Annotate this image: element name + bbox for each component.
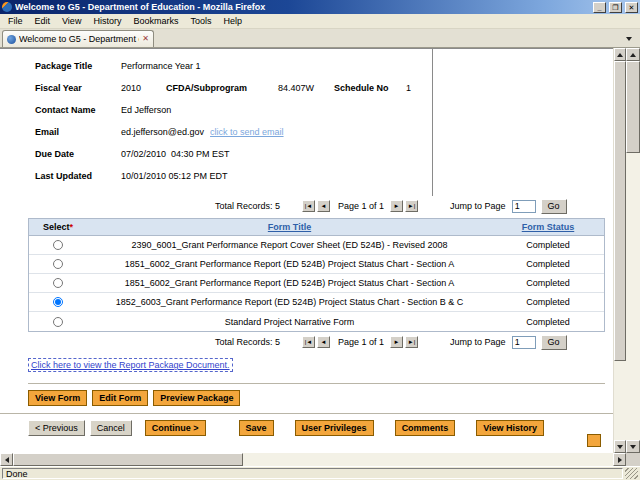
scroll-right-button[interactable] (613, 453, 626, 466)
hscrollbar-thumb[interactable] (13, 453, 243, 466)
edit-form-button[interactable]: Edit Form (92, 390, 148, 406)
close-button[interactable]: ✕ (625, 2, 638, 13)
form-select-radio[interactable] (53, 317, 63, 327)
comments-button[interactable]: Comments (395, 420, 456, 436)
pager-bottom: Total Records: 5 |◄ ◄ Page 1 of 1 ► ►| J… (0, 332, 613, 352)
save-button[interactable]: Save (239, 420, 274, 436)
cfda-label: CFDA/Subprogram (166, 83, 278, 93)
first-page-button[interactable]: |◄ (302, 336, 315, 348)
browser-window: Welcome to G5 - Department of Education … (0, 0, 640, 480)
row-contact-name: Contact Name Ed Jefferson (0, 99, 432, 121)
form-status-header[interactable]: Form Status (492, 222, 604, 232)
menu-edit[interactable]: Edit (29, 16, 57, 26)
scroll-left-button[interactable] (0, 453, 13, 466)
table-row[interactable]: 1851_6002_Grant Performance Report (ED 5… (29, 274, 604, 293)
tab-favicon (7, 35, 16, 44)
tab-list-button[interactable] (622, 32, 636, 46)
last-page-button[interactable]: ►| (405, 200, 418, 212)
form-title-header[interactable]: Form Title (87, 222, 492, 232)
form-select-radio[interactable] (53, 297, 63, 307)
browser-content-area: Package Title Performance Year 1 Fiscal … (0, 48, 640, 466)
row-package-title: Package Title Performance Year 1 (0, 55, 432, 77)
view-history-button[interactable]: View History (476, 420, 544, 436)
form-actions-row: View Form Edit Form Preview Package (28, 389, 613, 406)
continue-button[interactable]: Continue > (145, 420, 206, 436)
menu-help[interactable]: Help (217, 16, 248, 26)
select-cell (29, 259, 87, 269)
package-details-fields: Package Title Performance Year 1 Fiscal … (0, 49, 432, 196)
table-row[interactable]: 1851_6002_Grant Performance Report (ED 5… (29, 255, 604, 274)
go-button[interactable]: Go (541, 199, 567, 214)
scroll-up-button[interactable] (626, 48, 640, 61)
form-select-radio[interactable] (53, 259, 63, 269)
jump-to-page-input[interactable] (512, 200, 536, 213)
view-form-button[interactable]: View Form (28, 390, 87, 406)
menu-view[interactable]: View (56, 16, 87, 26)
last-updated-label: Last Updated (35, 171, 121, 181)
first-page-button[interactable]: |◄ (302, 200, 315, 212)
last-page-button[interactable]: ►| (405, 336, 418, 348)
form-select-radio[interactable] (53, 278, 63, 288)
form-select-radio[interactable] (53, 240, 63, 250)
go-button[interactable]: Go (541, 335, 567, 350)
minimize-button[interactable]: _ (593, 2, 606, 13)
statusbar: Done (0, 466, 640, 480)
form-status-cell: Completed (492, 278, 604, 288)
scroll-top-button[interactable] (587, 434, 601, 447)
user-privileges-button[interactable]: User Privileges (295, 420, 374, 436)
frame-scrollbar-thumb[interactable] (614, 61, 626, 361)
divider (0, 413, 613, 414)
menu-tools[interactable]: Tools (184, 16, 217, 26)
scroll-down-button[interactable] (626, 440, 640, 453)
arrow-left-icon (5, 457, 9, 463)
jump-to-page-label: Jump to Page (450, 201, 506, 211)
jump-to-page-label: Jump to Page (450, 337, 506, 347)
frame-scrollbar-vertical[interactable] (613, 48, 626, 453)
next-page-button[interactable]: ► (390, 200, 403, 212)
frame-scroll-down-button[interactable] (614, 440, 626, 453)
report-package-link-row: Click here to view the Report Package Do… (28, 360, 613, 376)
tab-welcome-g5[interactable]: Welcome to G5 - Department of Edu... ✕ (2, 30, 154, 47)
forms-table: Select* Form Title Form Status 2390_6001… (28, 218, 605, 332)
status-text: Done (2, 468, 623, 479)
schedule-no-label: Schedule No (334, 83, 406, 93)
menu-file[interactable]: File (2, 16, 29, 26)
due-date-label: Due Date (35, 149, 121, 159)
table-row[interactable]: 2390_6001_Grant Performance Report Cover… (29, 236, 604, 255)
frame-scrollbar-track[interactable] (614, 361, 626, 440)
table-row[interactable]: Standard Project Narrative Form Complete… (29, 312, 604, 331)
due-date-value: 07/02/2010 04:30 PM EST (121, 149, 230, 159)
scrollbar-thumb[interactable] (626, 61, 640, 153)
tab-close-icon[interactable]: ✕ (142, 35, 149, 43)
hscrollbar-track[interactable] (243, 453, 613, 466)
previous-button[interactable]: < Previous (28, 420, 85, 436)
tabbar: Welcome to G5 - Department of Edu... ✕ (0, 29, 640, 48)
jump-to-page-input[interactable] (512, 336, 536, 349)
send-email-link[interactable]: click to send email (210, 127, 284, 137)
maximize-button[interactable]: ❐ (609, 2, 622, 13)
frame-scroll-up-button[interactable] (614, 48, 626, 61)
resize-grip[interactable] (625, 468, 638, 479)
form-status-cell: Completed (492, 240, 604, 250)
select-cell (29, 317, 87, 327)
table-row[interactable]: 1852_6003_Grant Performance Report (ED 5… (29, 293, 604, 312)
browser-scrollbar-vertical[interactable] (626, 48, 640, 466)
menu-bookmarks[interactable]: Bookmarks (127, 16, 184, 26)
preview-package-button[interactable]: Preview Package (153, 390, 240, 406)
firefox-icon (2, 2, 12, 12)
cfda-value: 84.407W (278, 83, 334, 93)
scrollbar-track[interactable] (626, 153, 640, 440)
select-cell (29, 278, 87, 288)
form-title-cell: 1851_6002_Grant Performance Report (ED 5… (87, 278, 492, 288)
email-label: Email (35, 127, 121, 137)
arrow-right-icon (618, 457, 622, 463)
prev-page-button[interactable]: ◄ (317, 336, 330, 348)
browser-scrollbar-horizontal[interactable] (0, 453, 626, 466)
prev-page-button[interactable]: ◄ (317, 200, 330, 212)
next-page-button[interactable]: ► (390, 336, 403, 348)
menu-history[interactable]: History (87, 16, 127, 26)
row-fiscal-year: Fiscal Year 2010 CFDA/Subprogram 84.407W… (0, 77, 432, 99)
report-package-link[interactable]: Click here to view the Report Package Do… (28, 358, 233, 372)
cancel-button[interactable]: Cancel (90, 420, 132, 436)
details-side-panel (432, 49, 613, 196)
